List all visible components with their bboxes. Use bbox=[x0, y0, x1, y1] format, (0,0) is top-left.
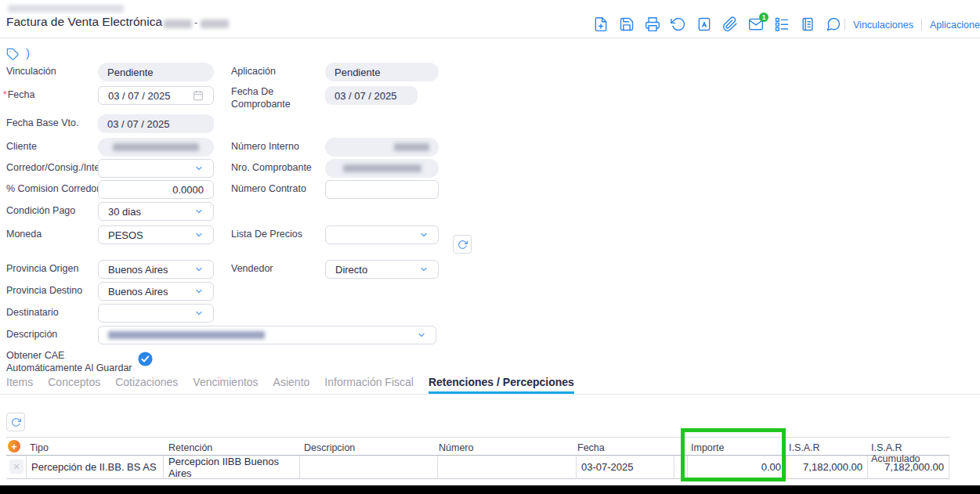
destinatario-select[interactable] bbox=[98, 304, 214, 323]
condicion-pago-select[interactable]: 30 dias bbox=[98, 202, 214, 221]
add-row-button[interactable]: + bbox=[8, 440, 20, 453]
comision-corredor-input[interactable]: 0.0000 bbox=[98, 180, 214, 199]
moneda-label: Moneda bbox=[6, 229, 42, 241]
provincia-destino-select[interactable]: Buenos Aires bbox=[98, 282, 214, 301]
nro-comprobante-label: Nro. Comprobante bbox=[231, 162, 312, 175]
col-fecha: Fecha bbox=[577, 442, 605, 453]
corredor-select[interactable] bbox=[98, 159, 214, 178]
expand-icon[interactable]: ) bbox=[26, 46, 30, 59]
chevron-down-icon bbox=[417, 330, 426, 340]
provincia-origen-label: Provincia Origen bbox=[6, 263, 78, 276]
chevron-down-icon bbox=[194, 164, 204, 173]
tag-icon[interactable] bbox=[6, 48, 20, 61]
cae-checkbox[interactable] bbox=[138, 352, 153, 366]
cell-tipo: Percepción de II.BB. BS AS bbox=[26, 456, 163, 478]
tab-informacion-fiscal[interactable]: Información Fiscal bbox=[324, 376, 414, 394]
cell-isar-acumulado: 7,182,000.00 bbox=[867, 456, 949, 478]
cliente-value bbox=[98, 138, 214, 157]
table-row[interactable]: ✕ Percepción de II.BB. BS AS Percepcion … bbox=[6, 456, 949, 479]
doc-number-redacted-2 bbox=[201, 20, 229, 28]
aplicaciones-link[interactable]: Aplicaciones bbox=[930, 20, 980, 31]
descripcion-select[interactable] bbox=[98, 326, 436, 344]
numero-contrato-input[interactable] bbox=[325, 180, 439, 199]
cell-numero bbox=[437, 456, 576, 478]
tab-vencimientos[interactable]: Vencimientos bbox=[193, 376, 258, 394]
vinculacion-value: Pendiente bbox=[98, 63, 214, 81]
print-icon[interactable] bbox=[645, 16, 660, 32]
chevron-down-icon bbox=[194, 287, 204, 296]
chevron-down-icon bbox=[194, 207, 204, 216]
page-title: Factura de Venta Electrónica bbox=[6, 15, 162, 29]
col-tipo: Tipo bbox=[30, 442, 49, 453]
col-descripcion: Descripcion bbox=[304, 442, 355, 453]
tab-items[interactable]: Items bbox=[6, 376, 33, 394]
lista-precios-label: Lista De Precios bbox=[231, 229, 302, 241]
provincia-destino-label: Provincia Destino bbox=[6, 285, 82, 297]
col-retencion: Retención bbox=[168, 442, 212, 453]
numero-interno-label: Número Interno bbox=[231, 141, 299, 153]
descripcion-label: Descripción bbox=[6, 329, 57, 341]
provincia-origen-select[interactable]: Buenos Aires bbox=[98, 260, 214, 279]
attachment-icon[interactable] bbox=[722, 16, 738, 32]
chevron-down-icon bbox=[194, 308, 204, 318]
new-document-icon[interactable] bbox=[593, 16, 609, 32]
cliente-label: Cliente bbox=[6, 141, 37, 153]
nro-comprobante-value bbox=[325, 159, 439, 178]
aplicacion-label: Aplicación bbox=[231, 66, 276, 78]
lista-precios-select[interactable] bbox=[325, 225, 439, 244]
save-icon[interactable] bbox=[619, 16, 635, 32]
doc-number-redacted bbox=[164, 20, 192, 28]
tab-cotizaciones[interactable]: Cotizaciones bbox=[115, 376, 178, 394]
tab-asiento[interactable]: Asiento bbox=[273, 376, 310, 394]
redacted-value bbox=[394, 143, 429, 151]
tab-retenciones-percepciones[interactable]: Retenciones / Percepciones bbox=[429, 376, 574, 394]
header-divider bbox=[0, 38, 980, 38]
tab-bar: Items Conceptos Cotizaciones Vencimiento… bbox=[6, 373, 574, 394]
required-asterisk: * bbox=[3, 89, 7, 100]
redacted-value bbox=[108, 331, 265, 339]
checklist-icon[interactable] bbox=[774, 16, 790, 32]
table-refresh-button[interactable] bbox=[6, 413, 25, 431]
corredor-label: Corredor/Consig./Interm bbox=[6, 162, 111, 175]
vinculaciones-link[interactable]: Vinculaciones bbox=[853, 20, 913, 31]
refresh-button[interactable] bbox=[453, 235, 472, 254]
fecha-base-vto-label: Fecha Base Vto. bbox=[6, 117, 78, 130]
comision-corredor-label: % Comision Corredor bbox=[6, 183, 99, 196]
fecha-base-vto-value: 03 / 07 / 2025 bbox=[98, 114, 214, 133]
numero-interno-value bbox=[325, 138, 439, 157]
doc-number-separator: - bbox=[194, 16, 197, 28]
chevron-down-icon bbox=[419, 265, 429, 274]
cell-isar: 7,182,000.00 bbox=[786, 456, 867, 478]
importe-highlight-annotation bbox=[681, 428, 786, 481]
destinatario-label: Destinatario bbox=[6, 307, 59, 319]
calendar-icon[interactable] bbox=[193, 90, 204, 101]
mail-badge: 1 bbox=[759, 13, 768, 22]
chat-icon[interactable] bbox=[826, 16, 841, 32]
fecha-comprobante-value: 03 / 07 / 2025 bbox=[325, 86, 418, 105]
cell-descripcion bbox=[299, 456, 437, 478]
refresh-icon bbox=[457, 240, 468, 250]
tab-conceptos[interactable]: Conceptos bbox=[48, 376, 100, 394]
mail-icon[interactable]: 1 bbox=[748, 16, 764, 32]
history-icon[interactable] bbox=[671, 16, 686, 32]
aplicacion-value: Pendiente bbox=[325, 63, 439, 81]
cell-retencion: Percepcion IIBB Buenos Aires bbox=[163, 456, 299, 478]
retenciones-table: + Tipo Retención Descripcion Número Fech… bbox=[6, 437, 949, 479]
refresh-icon bbox=[11, 417, 21, 427]
vendedor-select[interactable]: Directo bbox=[325, 260, 439, 279]
redacted-value bbox=[113, 143, 199, 151]
chevron-down-icon bbox=[419, 230, 429, 240]
redacted-value bbox=[343, 164, 421, 172]
table-header: + Tipo Retención Descripcion Número Fech… bbox=[6, 437, 949, 456]
fecha-label: *Fecha bbox=[3, 89, 34, 102]
breadcrumb bbox=[8, 5, 124, 13]
moneda-select[interactable]: PESOS bbox=[98, 225, 214, 244]
delete-row-button[interactable]: ✕ bbox=[9, 460, 24, 474]
vinculacion-label: Vinculación bbox=[6, 66, 56, 78]
fecha-input[interactable]: 03 / 07 / 2025 bbox=[98, 86, 214, 105]
toolbar: 1 bbox=[593, 16, 841, 32]
document-preview-icon[interactable] bbox=[696, 16, 712, 32]
col-isar: I.S.A.R bbox=[789, 442, 820, 453]
report-icon[interactable] bbox=[800, 16, 815, 32]
col-numero: Número bbox=[439, 442, 473, 453]
